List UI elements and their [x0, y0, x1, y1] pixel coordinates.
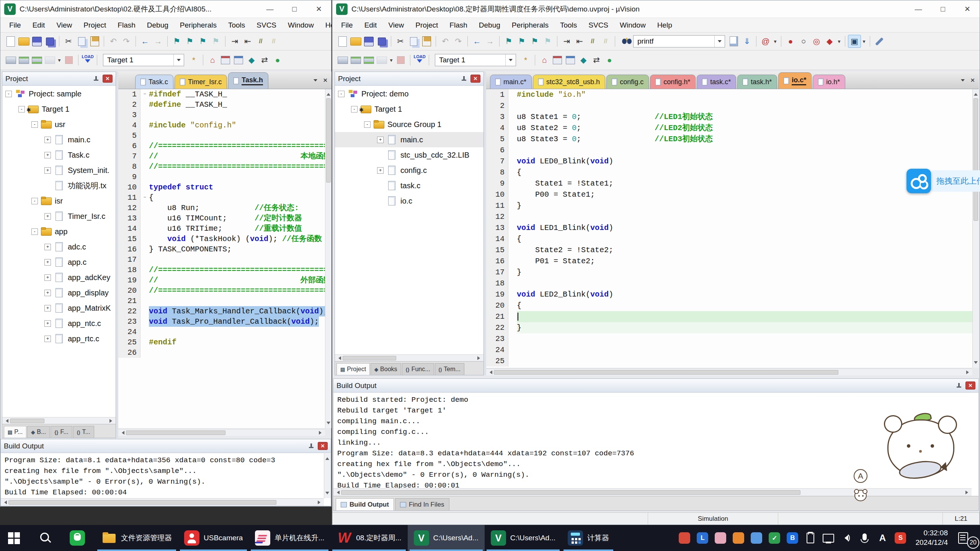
tree-expander[interactable]: +: [377, 137, 384, 143]
tray-security-check-icon[interactable]: ✓: [769, 532, 780, 544]
editor-tab-task-h[interactable]: task.h*: [737, 75, 777, 89]
menu-file[interactable]: File: [335, 21, 359, 29]
open-file-icon[interactable]: [17, 35, 30, 48]
menu-flash[interactable]: Flash: [112, 21, 141, 29]
download-icon[interactable]: LOAD: [413, 54, 426, 67]
tray-cloud-app-icon[interactable]: [751, 532, 762, 544]
save-all-icon[interactable]: [375, 35, 388, 48]
tree-file-app-rtc-c[interactable]: + app_rtc.c: [2, 331, 116, 346]
bookmark-clear-icon[interactable]: ⚑: [541, 35, 554, 48]
tab-list-dropdown[interactable]: [314, 77, 317, 83]
menu-debug[interactable]: Debug: [473, 21, 506, 29]
scroll-thumb[interactable]: [326, 98, 331, 183]
panel-tab-templates[interactable]: ()T...: [73, 426, 94, 438]
search-icon[interactable]: [618, 35, 631, 48]
editor-vscrollbar[interactable]: [972, 89, 979, 368]
tree-file-app-c[interactable]: + app.c: [2, 254, 116, 270]
tree-expander[interactable]: +: [377, 167, 384, 174]
editor-tab-io-h[interactable]: io.h*: [813, 75, 845, 89]
magic-wand-icon[interactable]: *: [187, 54, 200, 67]
comment-icon[interactable]: //: [254, 35, 267, 48]
batch-dropdown-icon[interactable]: ▾: [388, 54, 394, 67]
maximize-button[interactable]: □: [282, 0, 307, 18]
file-extensions-icon[interactable]: [564, 54, 577, 67]
tree-expander[interactable]: -: [31, 198, 38, 204]
tree-project-sample[interactable]: - Project: sample: [2, 86, 116, 101]
scroll-down-icon[interactable]: [327, 422, 330, 426]
menu-flash[interactable]: Flash: [444, 21, 473, 29]
taskbar-file-explorer[interactable]: 文件资源管理器: [95, 525, 178, 551]
notification-center[interactable]: 20: [952, 525, 980, 551]
bookmark-prev-icon[interactable]: ⚑: [515, 35, 528, 48]
breakpoint-enable-all-icon[interactable]: ◎: [810, 35, 823, 48]
panel-close-button[interactable]: ✕: [103, 75, 113, 83]
panel-tab-functions[interactable]: {}Func...: [402, 363, 434, 375]
bookmark-prev-icon[interactable]: ⚑: [183, 35, 196, 48]
taskbar-clock[interactable]: 0:32:08 2024/12/4: [911, 525, 952, 551]
options-for-target-icon[interactable]: [219, 54, 232, 67]
tree-expander[interactable]: +: [44, 137, 51, 143]
menu-svcs[interactable]: SVCS: [251, 21, 282, 29]
pin-icon[interactable]: [956, 383, 962, 388]
undo-icon[interactable]: ↶: [107, 35, 120, 48]
menu-view[interactable]: View: [382, 21, 410, 29]
taskbar-uvision-2[interactable]: V C:\Users\Ad...: [485, 525, 562, 551]
scroll-left-icon[interactable]: [4, 419, 8, 423]
tree-target-1[interactable]: - Target 1: [335, 101, 483, 117]
translate-icon[interactable]: [336, 54, 349, 67]
tray-key-icon[interactable]: [733, 532, 744, 544]
rebuild-icon[interactable]: [362, 54, 375, 67]
tree-file-stc-usb-cdc-lib[interactable]: stc_usb_cdc_32.LIB: [335, 147, 483, 163]
indent-icon[interactable]: ⇥: [560, 35, 573, 48]
editor-tab-task-h[interactable]: Task.h: [228, 72, 268, 89]
debug-session-icon[interactable]: ⌂: [206, 54, 219, 67]
netdisk-upload-widget[interactable]: 拖拽至此上传: [906, 169, 980, 193]
tree-file-app-display[interactable]: + app_display: [2, 285, 116, 300]
search-input[interactable]: printf: [633, 35, 725, 47]
scroll-right-icon[interactable]: [319, 431, 323, 435]
copy-icon[interactable]: [75, 35, 88, 48]
batch-build-icon[interactable]: [43, 54, 56, 67]
menu-window[interactable]: Window: [282, 21, 320, 29]
tree-file-system-init[interactable]: + System_init.: [2, 163, 116, 178]
taskbar-mcu-isp[interactable]: 单片机在线升...: [249, 525, 330, 551]
tree-expander[interactable]: +: [44, 167, 51, 174]
menu-tools[interactable]: Tools: [554, 21, 583, 29]
taskbar-wps-document[interactable]: W 08.定时器周...: [330, 525, 407, 551]
taskbar-store-app[interactable]: [64, 525, 95, 551]
uncomment-icon[interactable]: //: [599, 35, 612, 48]
build-vscrollbar[interactable]: [324, 453, 331, 498]
save-icon[interactable]: [362, 35, 375, 48]
uncomment-icon[interactable]: //: [267, 35, 280, 48]
redo-icon[interactable]: ↷: [120, 35, 133, 48]
taskbar-uvision-active[interactable]: V C:\Users\Ad...: [408, 525, 485, 551]
tree-expander[interactable]: +: [44, 274, 51, 281]
tree-file-app-matrixk[interactable]: + app_MatrixK: [2, 300, 116, 316]
maximize-button[interactable]: □: [931, 0, 955, 18]
menu-peripherals[interactable]: Peripherals: [174, 21, 222, 29]
save-all-icon[interactable]: [43, 35, 56, 48]
tray-shield-icon[interactable]: L: [697, 532, 708, 544]
build-hscrollbar[interactable]: [1, 498, 324, 506]
tree-expander[interactable]: +: [44, 290, 51, 296]
menu-debug[interactable]: Debug: [141, 21, 174, 29]
project-hscrollbar[interactable]: [335, 354, 483, 361]
tray-bluetooth-icon[interactable]: B: [787, 532, 798, 544]
menu-edit[interactable]: Edit: [359, 21, 383, 29]
editor-hscrollbar[interactable]: [486, 368, 972, 375]
tree-file-io-c[interactable]: io.c: [335, 193, 483, 209]
pin-icon[interactable]: [309, 443, 314, 449]
manage-components-icon[interactable]: ◆: [577, 54, 590, 67]
close-button[interactable]: ✕: [955, 0, 980, 18]
bookmark-next-icon[interactable]: ⚑: [196, 35, 209, 48]
build-icon[interactable]: [349, 54, 362, 67]
editor-tab-io-c[interactable]: io.c*: [778, 72, 812, 89]
options-for-target-icon[interactable]: [551, 54, 564, 67]
new-file-icon[interactable]: [336, 35, 349, 48]
taskbar-search-button[interactable]: [32, 525, 64, 551]
pin-icon[interactable]: [93, 76, 99, 82]
tree-file-config-c[interactable]: + config.c: [335, 163, 483, 178]
tree-expander[interactable]: +: [44, 213, 51, 220]
panel-tab-project[interactable]: ▤Project: [336, 363, 370, 375]
tree-file-adc-c[interactable]: + adc.c: [2, 239, 116, 254]
